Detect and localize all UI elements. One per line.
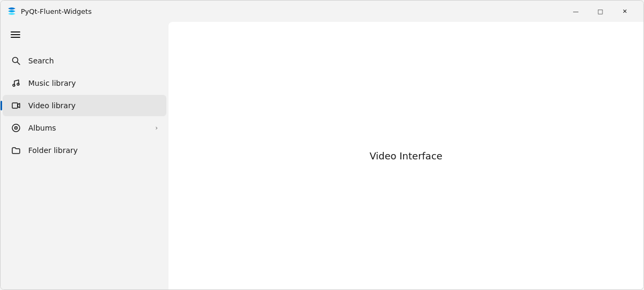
sidebar-item-music-library-label: Music library — [28, 79, 158, 87]
minimize-button[interactable]: — — [564, 3, 588, 20]
sidebar-item-folder-library-label: Folder library — [28, 146, 158, 155]
close-button[interactable]: ✕ — [613, 3, 637, 20]
maximize-button[interactable]: □ — [588, 3, 613, 20]
content-main-text: Video Interface — [369, 150, 442, 162]
albums-icon — [11, 123, 21, 133]
chevron-down-icon: › — [155, 124, 158, 132]
sidebar-item-albums[interactable]: Albums › — [3, 117, 166, 139]
svg-rect-2 — [11, 37, 20, 38]
titlebar: PyQt-Fluent-Widgets — □ ✕ — [1, 1, 643, 22]
app-title: PyQt-Fluent-Widgets — [21, 7, 92, 15]
svg-rect-7 — [12, 103, 18, 108]
search-icon — [11, 56, 21, 66]
svg-point-10 — [15, 127, 17, 128]
sidebar-item-music-library[interactable]: Music library — [3, 72, 166, 94]
svg-point-5 — [13, 84, 15, 86]
svg-rect-1 — [11, 34, 20, 35]
titlebar-controls: — □ ✕ — [564, 3, 637, 20]
folder-icon — [11, 146, 21, 155]
svg-rect-0 — [11, 31, 20, 33]
sidebar-item-folder-library[interactable]: Folder library — [3, 140, 166, 161]
svg-line-4 — [18, 62, 20, 65]
music-icon — [11, 78, 21, 88]
content-area: Video Interface — [168, 22, 643, 289]
sidebar-item-search-label: Search — [28, 57, 158, 65]
hamburger-button[interactable] — [5, 24, 26, 45]
svg-point-6 — [17, 83, 19, 85]
sidebar-item-video-library-label: Video library — [28, 101, 158, 110]
main-content: Search Music library — [1, 22, 643, 289]
sidebar-item-search[interactable]: Search — [3, 50, 166, 71]
sidebar: Search Music library — [1, 22, 168, 289]
titlebar-left: PyQt-Fluent-Widgets — [7, 6, 92, 16]
hamburger-icon — [11, 30, 20, 39]
sidebar-item-video-library[interactable]: Video library — [3, 95, 166, 116]
app-logo-icon — [7, 6, 17, 16]
sidebar-item-albums-label: Albums — [28, 124, 148, 132]
app-window: PyQt-Fluent-Widgets — □ ✕ — [0, 0, 644, 290]
video-icon — [11, 101, 21, 110]
